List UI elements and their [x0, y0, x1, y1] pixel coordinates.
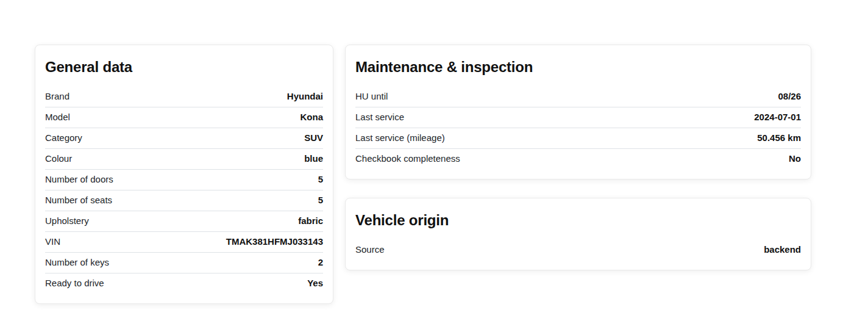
data-row: Checkbook completeness No [355, 149, 801, 169]
row-value: fabric [298, 215, 323, 227]
row-value: 50.456 km [757, 132, 801, 144]
row-label: Last service (mileage) [355, 132, 445, 144]
general-data-rows: Brand Hyundai Model Kona Category SUV Co… [45, 87, 323, 294]
row-label: Last service [355, 111, 404, 123]
maintenance-inspection-rows: HU until 08/26 Last service 2024-07-01 L… [355, 87, 801, 169]
row-value: Hyundai [287, 90, 323, 103]
row-value: TMAK381HFMJ033143 [226, 236, 323, 248]
row-label: Ready to drive [45, 277, 104, 289]
row-label: Number of doors [45, 173, 113, 186]
row-value: Yes [307, 277, 323, 289]
data-row: Brand Hyundai [45, 87, 323, 107]
data-row: Upholstery fabric [45, 211, 323, 232]
data-row: Last service 2024-07-01 [355, 107, 801, 128]
data-row: Source backend [355, 240, 801, 260]
row-label: VIN [45, 236, 60, 248]
general-data-card: General data Brand Hyundai Model Kona Ca… [35, 45, 333, 304]
row-label: Category [45, 132, 82, 144]
vehicle-origin-card-title: Vehicle origin [355, 211, 801, 230]
data-row: Model Kona [45, 107, 323, 128]
row-value: 2 [318, 256, 323, 269]
row-value: 08/26 [778, 90, 801, 103]
row-label: Checkbook completeness [355, 153, 460, 165]
row-label: Colour [45, 153, 72, 165]
row-label: Model [45, 111, 70, 123]
data-row: Number of doors 5 [45, 170, 323, 190]
row-label: Brand [45, 90, 69, 103]
maintenance-inspection-card: Maintenance & inspection HU until 08/26 … [345, 45, 811, 179]
left-column: General data Brand Hyundai Model Kona Ca… [35, 45, 333, 304]
row-value: 5 [318, 173, 323, 186]
right-column: Maintenance & inspection HU until 08/26 … [345, 45, 811, 270]
data-row: VIN TMAK381HFMJ033143 [45, 232, 323, 253]
data-row: Number of keys 2 [45, 253, 323, 273]
vehicle-origin-card: Vehicle origin Source backend [345, 198, 811, 270]
row-label: HU until [355, 90, 388, 103]
row-value: Kona [301, 111, 324, 123]
data-row: Category SUV [45, 128, 323, 149]
row-label: Source [355, 244, 385, 256]
general-data-card-title: General data [45, 58, 323, 76]
data-row: HU until 08/26 [355, 87, 801, 107]
row-value: SUV [304, 132, 323, 144]
vehicle-origin-rows: Source backend [355, 240, 801, 260]
maintenance-inspection-card-title: Maintenance & inspection [355, 58, 801, 76]
data-row: Ready to drive Yes [45, 273, 323, 294]
row-value: blue [304, 153, 323, 165]
row-value: backend [764, 244, 801, 256]
data-row: Last service (mileage) 50.456 km [355, 128, 801, 149]
row-label: Number of keys [45, 256, 109, 269]
page-content: General data Brand Hyundai Model Kona Ca… [35, 45, 811, 304]
row-value: 5 [318, 194, 323, 206]
row-label: Upholstery [45, 215, 89, 227]
row-label: Number of seats [45, 194, 112, 206]
data-row: Colour blue [45, 149, 323, 170]
data-row: Number of seats 5 [45, 190, 323, 211]
row-value: 2024-07-01 [754, 111, 801, 123]
row-value: No [789, 153, 801, 165]
